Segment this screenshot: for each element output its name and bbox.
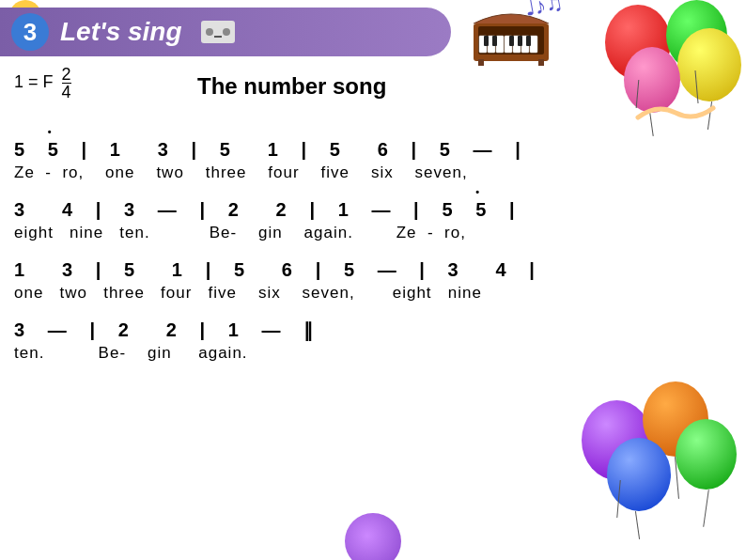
svg-rect-14 (492, 36, 497, 46)
notes-line-4: 3 — | 2 2 | 1 — ‖ (9, 317, 737, 343)
music-row-1: 5 5• | 1 3 | 5 1 | 5 6 | 5 — | Ze - ro, … (9, 136, 737, 183)
svg-rect-12 (530, 36, 537, 53)
words-line-2: eight nine ten. Be- gin again. Ze - ro, (9, 223, 737, 243)
svg-rect-16 (518, 36, 522, 46)
balloons-bottom-right (539, 372, 746, 560)
section-number: 3 (11, 13, 49, 51)
svg-rect-8 (496, 36, 504, 53)
cassette-icon[interactable] (201, 21, 235, 43)
piano-image (464, 0, 558, 66)
music-row-3: 1 3 | 5 1 | 5 6 | 5 — | 3 4 | one two th… (9, 257, 737, 303)
key-signature: 1 = F 2 4 (14, 66, 71, 101)
section-title: Let's sing (60, 17, 182, 47)
words-line-3: one two three four five six seven, eight… (9, 283, 737, 303)
notes-line-1: 5 5• | 1 3 | 5 1 | 5 6 | 5 — | (9, 136, 737, 163)
svg-rect-19 (538, 59, 544, 66)
music-row-2: 3 4 | 3 — | 2 2 | 1 — | 5 5• | eight nin… (9, 196, 737, 243)
music-row-4: 3 — | 2 2 | 1 — ‖ ten. Be- gin again. (9, 317, 737, 364)
svg-rect-13 (484, 36, 489, 46)
header-bar: 3 Let's sing (0, 8, 451, 56)
svg-rect-18 (478, 59, 484, 66)
song-title: The number song (197, 73, 386, 100)
music-lines: 5 5• | 1 3 | 5 1 | 5 6 | 5 — | Ze - ro, … (9, 136, 737, 367)
words-line-1: Ze - ro, one two three four five six sev… (9, 163, 737, 183)
notes-line-3: 1 3 | 5 1 | 5 6 | 5 — | 3 4 | (9, 257, 737, 283)
svg-rect-17 (526, 36, 531, 46)
notes-line-2: 3 4 | 3 — | 2 2 | 1 — | 5 5• | (9, 196, 737, 223)
bottom-character (335, 513, 411, 560)
words-line-4: ten. Be- gin again. (9, 343, 737, 364)
svg-rect-15 (509, 36, 514, 46)
